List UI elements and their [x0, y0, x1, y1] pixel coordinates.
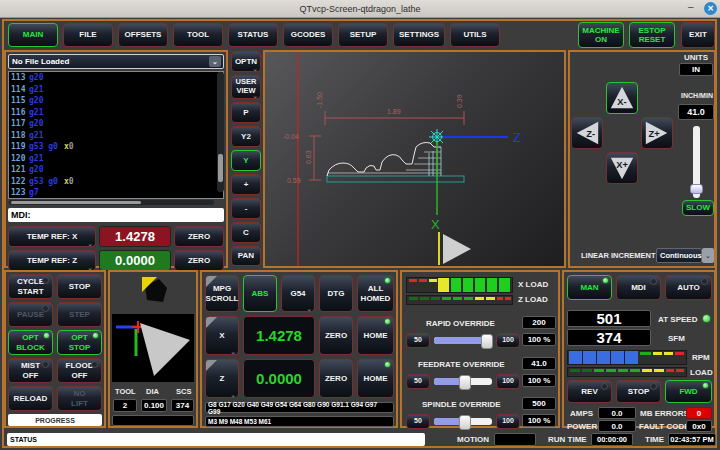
tab-utils[interactable]: UTILS [450, 23, 500, 47]
auto-mode-button[interactable]: AUTO [665, 275, 712, 300]
dtg-button[interactable]: DTG [319, 275, 353, 312]
view-y2-button[interactable]: Y2 [231, 126, 261, 147]
gcode-line: 122g53 g0x0 [9, 176, 223, 188]
rapid-100-button[interactable]: 100 [496, 333, 520, 348]
opt-block-button[interactable]: OPT BLOCK [8, 330, 53, 355]
mpg-scroll-button[interactable]: MPG SCROLL [205, 275, 239, 312]
jog-rate-slider[interactable] [693, 126, 700, 198]
slow-button[interactable]: SLOW [682, 200, 714, 216]
view-pan-button[interactable]: PAN [231, 246, 261, 266]
temp-ref-z-button[interactable]: TEMP REF: Z ⌄ [8, 250, 96, 271]
estop-reset-button[interactable]: ESTOP RESET [629, 22, 675, 48]
linear-increment-dropdown[interactable]: Continuous [656, 248, 702, 263]
opt-stop-button[interactable]: OPT STOP [57, 330, 102, 355]
spindle-slider-handle[interactable] [459, 415, 471, 430]
status-message-field[interactable]: STATUS [7, 433, 425, 446]
x-axis-button[interactable]: X⌄ [205, 316, 239, 355]
minimize-icon[interactable]: – [688, 1, 694, 12]
jog-x-plus-button[interactable]: X+ [606, 152, 638, 184]
machine-on-button[interactable]: MACHINE ON [578, 22, 624, 48]
feedrate-override-label: FEEDRATE OVERRIDE [418, 360, 505, 369]
reload-button[interactable]: RELOAD [8, 386, 53, 411]
temp-ref-x-button[interactable]: TEMP REF: X ⌄ [8, 226, 96, 247]
z-zero-button[interactable]: ZERO [319, 359, 353, 398]
mdi-input[interactable]: MDI: [8, 208, 224, 222]
view-zoom-out-button[interactable]: - [231, 198, 261, 219]
mdi-mode-button[interactable]: MDI [616, 275, 661, 300]
tab-settings[interactable]: SETTINGS [393, 23, 445, 47]
tab-main[interactable]: MAIN [8, 23, 58, 47]
feedrate-slider-handle[interactable] [459, 375, 471, 390]
tab-tool[interactable]: TOOL [173, 23, 223, 47]
pause-button[interactable]: PAUSE [8, 302, 53, 327]
spindle-stop-button[interactable]: STOP [616, 380, 661, 403]
view-y-button[interactable]: Y [231, 150, 261, 171]
feedrate-slider[interactable] [434, 378, 492, 385]
jog-x-minus-button[interactable]: X- [606, 82, 638, 114]
jog-z-minus-button[interactable]: Z- [571, 117, 603, 149]
svg-text:Z+: Z+ [649, 129, 661, 139]
step-button[interactable]: STEP [57, 302, 102, 327]
x-home-button[interactable]: HOME [357, 316, 394, 355]
gcode-vertical-scrollbar[interactable] [217, 72, 224, 192]
tab-setup[interactable]: SETUP [338, 23, 388, 47]
gcode-line: 119g53 g0x0 [9, 141, 223, 153]
auto-led [701, 278, 708, 285]
spindle-100-button[interactable]: 100 [496, 414, 520, 429]
sfm-label: SFM [668, 334, 685, 343]
tab-gcodes[interactable]: GCODES [283, 23, 333, 47]
temp-ref-z-zero-button[interactable]: ZERO [174, 250, 224, 271]
spindle-rev-button[interactable]: REV [567, 380, 612, 403]
tool-dia-value: 0.100 [141, 399, 167, 412]
dia-col-label: DIA [146, 387, 159, 396]
tab-offsets[interactable]: OFFSETS [118, 23, 168, 47]
x-zero-button[interactable]: ZERO [319, 316, 353, 355]
window-title: QTvcp-Screen-qtdragon_lathe [299, 4, 420, 14]
stop-button[interactable]: STOP [57, 274, 102, 299]
feedrate-50-button[interactable]: 50 [406, 374, 430, 389]
z-axis-button[interactable]: Z⌄ [205, 359, 239, 398]
gcode-line: 120g21 [9, 153, 223, 165]
g54-button[interactable]: G54⌄ [281, 275, 315, 312]
view-zoom-in-button[interactable]: + [231, 174, 261, 195]
tab-status[interactable]: STATUS [228, 23, 278, 47]
chevron-down-icon[interactable]: ⌄ [702, 248, 714, 263]
feedrate-100-button[interactable]: 100 [496, 374, 520, 389]
dim-top-left: -1.50 [316, 92, 323, 108]
gcode-list[interactable]: 113g20 114g21 115g20 116g21 117g20 118g2… [8, 71, 224, 199]
time-value: 02:43:57 PM [668, 433, 716, 446]
jog-z-plus-button[interactable]: Z+ [641, 117, 673, 149]
chevron-down-icon: ⌄ [87, 240, 93, 247]
mist-button[interactable]: MIST OFF [8, 358, 53, 383]
rapid-slider[interactable] [434, 337, 492, 344]
exit-button[interactable]: EXIT [681, 22, 715, 48]
view-user-view-button[interactable]: USER VIEW⌄ [231, 75, 261, 99]
spindle-50-button[interactable]: 50 [406, 414, 430, 429]
file-loaded-dropdown[interactable]: No File Loaded ⌄ [8, 54, 224, 69]
view-optn-button[interactable]: OPTN⌄ [231, 51, 261, 72]
temp-ref-x-zero-button[interactable]: ZERO [174, 226, 224, 247]
gcode-horizontal-scrollbar[interactable] [9, 200, 214, 205]
tool-comment-box [112, 415, 194, 426]
view-clear-button[interactable]: C [231, 222, 261, 243]
spindle-fwd-button[interactable]: FWD [665, 380, 712, 403]
chevron-down-icon[interactable]: ⌄ [209, 56, 221, 67]
rapid-slider-handle[interactable] [481, 334, 493, 349]
spindle-slider[interactable] [434, 418, 492, 425]
fwd-led [703, 383, 708, 388]
rapid-50-button[interactable]: 50 [406, 333, 430, 348]
z-home-button[interactable]: HOME [357, 359, 394, 398]
jog-rate-slider-handle[interactable] [690, 184, 703, 194]
no-lift-button[interactable]: NO LIFT [57, 386, 102, 411]
abs-button[interactable]: ABS [243, 275, 277, 312]
tab-file[interactable]: FILE [63, 23, 113, 47]
view-p-button[interactable]: P [231, 102, 261, 123]
cycle-start-button[interactable]: CYCLE START [8, 274, 53, 299]
all-homed-button[interactable]: ALL HOMED [357, 275, 394, 312]
flood-button[interactable]: FLOOD OFF [57, 358, 102, 383]
man-mode-button[interactable]: MAN [567, 275, 612, 300]
gremlin-preview[interactable]: -1.50 1.89 0.39 -0.04 0.63 0.59 Z [263, 50, 566, 268]
x-home-led [385, 319, 390, 324]
time-label: TIME [645, 435, 664, 444]
close-icon[interactable]: ✕ [704, 2, 717, 15]
